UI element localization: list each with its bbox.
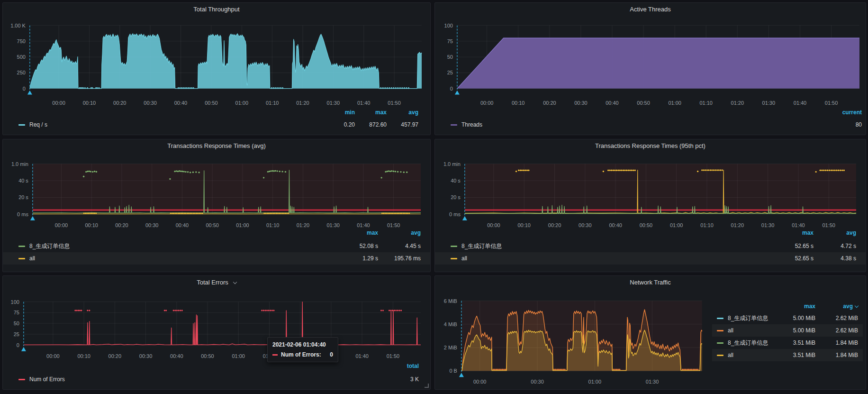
- legend-value-avg: 4.45 s: [378, 243, 421, 249]
- legend-values: 3 K: [387, 376, 430, 383]
- svg-text:00:10: 00:10: [85, 222, 98, 228]
- svg-text:01:40: 01:40: [357, 100, 370, 106]
- svg-text:20 s: 20 s: [451, 194, 461, 200]
- legend-label: 8_生成订单信息: [29, 242, 70, 250]
- panel-active-threads: Active Threads 025507510000:0000:1000:20…: [434, 2, 866, 135]
- legend-series-all[interactable]: all: [18, 255, 35, 262]
- svg-text:00:10: 00:10: [517, 222, 530, 228]
- panel-title-total-throughput[interactable]: Total Throughput: [3, 6, 430, 13]
- svg-text:01:30: 01:30: [326, 222, 339, 228]
- series-marker: [451, 246, 457, 247]
- svg-text:00:40: 00:40: [176, 222, 189, 228]
- legend-header-max[interactable]: max: [355, 109, 387, 116]
- legend-value-min: 0.20: [323, 121, 355, 128]
- svg-text:00:00: 00:00: [473, 379, 486, 385]
- series-marker: [18, 246, 25, 247]
- legend-header-avg[interactable]: avg: [378, 229, 421, 236]
- series-marker: [717, 318, 723, 319]
- svg-text:75: 75: [447, 38, 453, 44]
- legend-value-current: 80: [830, 121, 862, 128]
- legend-values: 0.20 872.60 457.97: [323, 121, 430, 128]
- svg-text:01:30: 01:30: [327, 100, 340, 106]
- svg-text:0 ms: 0 ms: [17, 211, 28, 217]
- chevron-down-icon[interactable]: [233, 280, 236, 284]
- svg-text:500: 500: [17, 54, 26, 60]
- legend-series-threads[interactable]: Threads: [451, 121, 482, 128]
- panel-title-network-traffic[interactable]: Network Traffic: [435, 279, 866, 286]
- svg-text:00:40: 00:40: [170, 353, 183, 359]
- legend-row: all 5.00 MiB2.62 MiB: [712, 324, 863, 337]
- legend-value-max: 52.65 s: [771, 243, 814, 249]
- legend-header-max[interactable]: max: [771, 229, 814, 236]
- series-marker: [18, 379, 25, 380]
- legend-header-avg[interactable]: avg: [814, 229, 856, 236]
- legend-series-order[interactable]: 8_生成订单信息: [451, 242, 502, 250]
- legend-row: all 3.51 MiB1.84 MiB: [712, 349, 863, 361]
- legend-series[interactable]: all: [717, 327, 733, 334]
- legend-row: 8_生成订单信息 3.51 MiB1.84 MiB: [712, 337, 863, 349]
- legend-value-max: 52.08 s: [335, 243, 378, 249]
- legend-series-reqs[interactable]: Req / s: [18, 121, 47, 128]
- svg-text:00:40: 00:40: [609, 222, 622, 228]
- legend-series[interactable]: all: [717, 352, 733, 358]
- legend-header-total[interactable]: total: [387, 363, 419, 369]
- legend-header-avg[interactable]: avg: [815, 303, 858, 310]
- graph-tooltip: 2021-02-06 01:04:40 Num of Errors: 0: [267, 337, 338, 362]
- legend-header-max[interactable]: max: [773, 303, 815, 310]
- series-marker: [451, 124, 457, 126]
- series-marker: [18, 124, 25, 126]
- svg-text:00:10: 00:10: [77, 353, 90, 359]
- svg-text:01:40: 01:40: [355, 353, 368, 359]
- svg-text:0 ms: 0 ms: [449, 211, 461, 217]
- svg-text:00:20: 00:20: [548, 222, 561, 228]
- panel-resize-handle[interactable]: [425, 384, 429, 388]
- svg-text:01:40: 01:40: [357, 222, 370, 228]
- legend-value-max: 52.65 s: [771, 255, 814, 262]
- svg-text:25: 25: [447, 70, 453, 75]
- svg-text:01:10: 01:10: [266, 100, 279, 106]
- legend-header-max[interactable]: max: [335, 229, 378, 236]
- svg-text:01:00: 01:00: [232, 353, 244, 359]
- svg-text:25: 25: [14, 331, 19, 337]
- legend-value-max: 872.60: [355, 121, 387, 128]
- svg-text:40 s: 40 s: [18, 178, 28, 183]
- svg-text:20 s: 20 s: [18, 194, 28, 200]
- svg-text:01:50: 01:50: [825, 100, 838, 106]
- tooltip-label: Num of Errors:: [281, 351, 321, 358]
- legend-series-order[interactable]: 8_生成订单信息: [18, 242, 70, 250]
- svg-text:0: 0: [17, 342, 19, 348]
- legend-value-max: 3.51 MiB: [773, 352, 815, 358]
- panel-total-throughput: Total Throughput 02505007501.00 K00:0000…: [2, 2, 431, 135]
- svg-text:01:30: 01:30: [646, 379, 659, 385]
- svg-text:00:30: 00:30: [574, 100, 587, 106]
- legend-label: all: [728, 327, 733, 334]
- svg-text:100: 100: [11, 299, 19, 305]
- panel-title-rt-95[interactable]: Transactions Response Times (95th pct): [435, 142, 866, 149]
- legend-header-min[interactable]: min: [323, 109, 355, 116]
- panel-title-rt-avg[interactable]: Transactions Response Times (avg): [3, 142, 430, 149]
- legend-series[interactable]: 8_生成订单信息: [717, 339, 768, 347]
- title-text: Network Traffic: [630, 279, 670, 286]
- svg-text:1.00 K: 1.00 K: [10, 23, 26, 28]
- svg-text:01:40: 01:40: [794, 100, 806, 106]
- legend-series-all[interactable]: all: [451, 255, 467, 262]
- legend-series-errors[interactable]: Num of Errors: [18, 376, 65, 383]
- legend-headers: max avg: [712, 301, 863, 312]
- legend-header-avg[interactable]: avg: [387, 109, 418, 116]
- legend-value-avg: 4.38 s: [814, 255, 856, 262]
- panel-title-active-threads[interactable]: Active Threads: [435, 6, 866, 13]
- svg-text:00:20: 00:20: [113, 100, 126, 106]
- svg-text:0: 0: [450, 86, 453, 92]
- legend-label: Num of Errors: [29, 376, 65, 383]
- svg-text:00:30: 00:30: [579, 222, 591, 228]
- legend-series[interactable]: 8_生成订单信息: [717, 314, 768, 322]
- legend-label: all: [461, 255, 467, 262]
- legend-headers: max avg: [435, 229, 866, 236]
- legend-values: 5.00 MiB2.62 MiB: [773, 327, 858, 334]
- legend-value-avg: 4.72 s: [814, 243, 856, 249]
- total-errors-chart[interactable]: 025507510000:0000:1000:2000:3000:4000:50…: [3, 276, 430, 389]
- tooltip-series-row: Num of Errors: 0: [272, 351, 333, 358]
- legend-headers: max avg: [3, 229, 430, 236]
- legend-header-current[interactable]: current: [830, 109, 862, 116]
- panel-title-total-errors[interactable]: Total Errors: [3, 279, 430, 286]
